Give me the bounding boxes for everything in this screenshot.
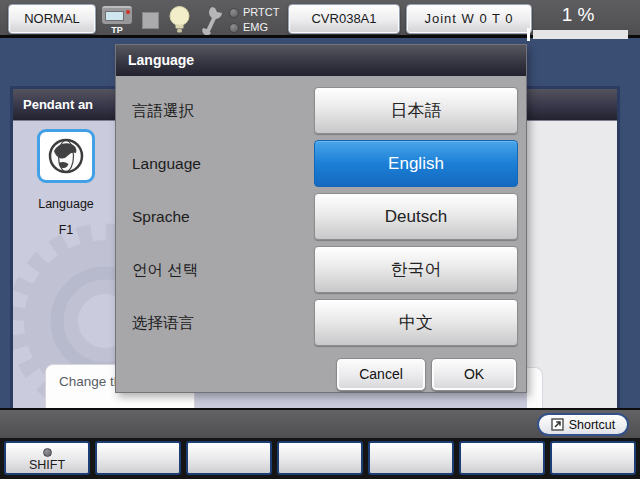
label-korean: 언어 선택 [132, 246, 312, 293]
wrench-icon [199, 4, 224, 35]
function-key-f3-blank[interactable] [277, 441, 363, 475]
function-key-row: SHIFT [0, 438, 640, 479]
korean-button[interactable]: 한국어 [314, 246, 518, 293]
prtct-label: PRTCT [243, 6, 279, 18]
shortcut-arrow-icon [551, 418, 564, 431]
chinese-button[interactable]: 中文 [314, 299, 518, 346]
speed-value: 1 % [550, 4, 606, 26]
description-text: Change th [59, 374, 121, 389]
shortcut-label: Shortcut [569, 418, 616, 432]
program-button[interactable]: CVR038A1 [288, 4, 400, 34]
german-button[interactable]: Deutsch [314, 193, 518, 240]
function-key-f1-blank[interactable] [95, 441, 181, 475]
tp-screen [105, 11, 124, 21]
mode-button[interactable]: NORMAL [8, 4, 96, 34]
language-dialog: Language 言語選択 日本語 Language English Sprac… [115, 44, 527, 393]
function-key-f2-blank[interactable] [186, 441, 272, 475]
right-content-panel [527, 121, 617, 445]
speed-bar-track [533, 30, 628, 39]
tp-pendant-icon: TP [100, 6, 134, 35]
tp-label: TP [100, 25, 134, 35]
main-area: Pendant an Language F1 Change th [0, 41, 640, 408]
lamp-icon [168, 5, 191, 34]
english-button[interactable]: English [314, 140, 518, 187]
shortcut-strip: Shortcut [0, 408, 640, 438]
function-key-f4-blank[interactable] [368, 441, 454, 475]
function-key-f6-blank[interactable] [550, 441, 636, 475]
globe-icon [46, 136, 86, 176]
emg-label: EMG [243, 21, 268, 33]
stop-square-icon [142, 12, 159, 29]
top-status-bar: NORMAL TP PRTCT EMG CVR038A1 Joint W 0 T… [0, 0, 640, 38]
cancel-button[interactable]: Cancel [336, 358, 426, 391]
shortcut-button[interactable]: Shortcut [537, 413, 629, 436]
prtct-led-icon [229, 8, 239, 18]
label-chinese: 选择语言 [132, 299, 312, 346]
shift-key[interactable]: SHIFT [4, 441, 90, 475]
tp-led-icon [126, 10, 130, 14]
language-tile[interactable] [37, 129, 95, 183]
shift-led-icon [43, 448, 52, 457]
function-key-f5-blank[interactable] [459, 441, 545, 475]
japanese-button[interactable]: 日本語 [314, 87, 518, 134]
label-english: Language [132, 140, 312, 187]
label-japanese: 言語選択 [132, 87, 312, 134]
emg-led-icon [229, 23, 239, 33]
label-german: Sprache [132, 193, 312, 240]
shift-label: SHIFT [6, 458, 88, 472]
dialog-title: Language [116, 45, 526, 76]
coordinate-system-button[interactable]: Joint W 0 T 0 [406, 4, 532, 34]
ok-button[interactable]: OK [431, 358, 517, 391]
speed-bar-tick [527, 28, 530, 42]
